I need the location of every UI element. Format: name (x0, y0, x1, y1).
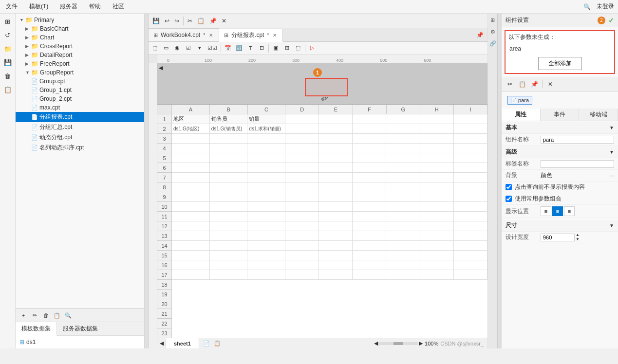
use-common-params-checkbox[interactable] (506, 196, 512, 202)
link-icon[interactable]: 🔗 (488, 39, 497, 48)
layers-icon[interactable]: ⊞ (488, 16, 497, 24)
row-7[interactable]: 7 (157, 173, 171, 182)
confirm-button[interactable]: ✓ (608, 17, 614, 24)
copy-dataset-button[interactable]: 📋 (52, 310, 62, 320)
cell-d2[interactable] (285, 124, 319, 134)
menu-file[interactable]: 文件 (4, 1, 19, 12)
tab-workbook4[interactable]: ⊞ WorkBook4.cpt * ✕ (149, 28, 219, 41)
col-header-e[interactable]: E (319, 105, 353, 114)
tool-select[interactable]: ⬚ (150, 43, 160, 54)
props-value-name[interactable] (541, 136, 614, 144)
row-18[interactable]: 18 (157, 280, 171, 290)
tool-iframe[interactable]: ⬚ (293, 43, 303, 54)
login-status[interactable]: 未登录 (597, 2, 614, 11)
tag-name-input[interactable] (541, 160, 614, 168)
undo-button[interactable]: ↩ (163, 16, 171, 26)
delete-tree-button[interactable]: 🗑 (2, 70, 14, 82)
add-all-button[interactable]: 全部添加 (538, 57, 582, 70)
copy-button[interactable]: 📋 (195, 16, 206, 26)
cell-b2[interactable]: ds1.G(销售员) (210, 124, 248, 134)
row-3[interactable]: 3 (157, 134, 171, 144)
row-8[interactable]: 8 (157, 182, 171, 192)
row-10[interactable]: 10 (157, 202, 171, 212)
menu-template[interactable]: 模板(T) (27, 1, 50, 12)
search-icon[interactable]: 🔍 (583, 3, 591, 10)
cell-i1[interactable] (454, 114, 487, 124)
cell-b3[interactable] (210, 134, 248, 144)
settings-icon[interactable]: ⚙ (488, 27, 497, 36)
tree-root[interactable]: ▼ 📁 Primary (16, 16, 144, 24)
props-value-design-width[interactable]: ▲ ▼ (541, 233, 614, 241)
delete-dataset-button[interactable]: 🗑 (41, 310, 51, 320)
menu-help[interactable]: 帮助 (87, 1, 103, 12)
tree-item-freereport[interactable]: ▶ 📁 FreeReport (16, 59, 144, 68)
align-left-button[interactable]: ≡ (541, 206, 551, 216)
tree-item-group1-cpt[interactable]: 📄 Group_1.cpt (16, 86, 144, 94)
cell-e2[interactable] (319, 124, 353, 134)
tree-item-group2-cpt[interactable]: 📄 Group_2.cpt (16, 94, 144, 103)
cut-button[interactable]: ✂ (186, 16, 194, 26)
align-right-button[interactable]: ≡ (564, 206, 575, 216)
mini-copy-button[interactable]: 📋 (517, 79, 527, 90)
report-design-canvas[interactable]: 1 ✏ ◀ (157, 63, 487, 105)
tool-slider[interactable]: ⊟ (256, 43, 267, 54)
sheet-icon-2[interactable]: 📋 (213, 339, 222, 348)
row-11[interactable]: 11 (157, 212, 171, 221)
row-20[interactable]: 20 (157, 299, 171, 309)
tree-item-max-cpt[interactable]: 📄 max.cpt (16, 103, 144, 112)
cell-c1[interactable]: 销量 (247, 114, 285, 124)
scroll-thumb[interactable] (393, 342, 403, 345)
col-header-a[interactable]: A (172, 105, 210, 114)
row-9[interactable]: 9 (157, 192, 171, 202)
save-report-button[interactable]: 💾 (150, 16, 162, 26)
collapse-left-arrow[interactable]: ◀ (157, 63, 164, 73)
server-data-tab[interactable]: 服务器数据集 (57, 322, 104, 335)
paste-button[interactable]: 📌 (207, 16, 219, 26)
props-tab-mobile[interactable]: 移动端 (579, 109, 618, 121)
tool-dropdown[interactable]: ▾ (194, 43, 205, 54)
expand-sheets-button[interactable]: ◀ (157, 340, 166, 346)
cell-e1[interactable] (319, 114, 353, 124)
col-header-f[interactable]: F (353, 105, 387, 114)
tree-item-groupreport[interactable]: ▼ 📁 GroupReport (16, 68, 144, 77)
row-16[interactable]: 16 (157, 260, 171, 270)
row-2[interactable]: 2 (157, 124, 171, 134)
row-15[interactable]: 15 (157, 251, 171, 260)
cell-f1[interactable] (353, 114, 386, 124)
tree-item-groupreport-cpt[interactable]: 📄 分组报表.cpt (16, 112, 144, 122)
advanced-group-header[interactable]: 高级 ▼ (502, 146, 618, 158)
col-header-b[interactable]: B (210, 105, 248, 114)
cell-c2[interactable]: ds1.求和(销量) (247, 124, 285, 134)
para-chip[interactable]: 📄 para (507, 96, 532, 105)
cell-d1[interactable] (285, 114, 319, 124)
search-dataset-button[interactable]: 🔍 (63, 310, 73, 320)
tree-item-basicchart[interactable]: ▶ 📁 BasicChart (16, 24, 144, 33)
cell-g2[interactable] (386, 124, 420, 134)
props-tab-events[interactable]: 事件 (541, 109, 580, 121)
width-up-button[interactable]: ▲ (576, 233, 580, 237)
cell-h2[interactable] (420, 124, 454, 134)
menu-server[interactable]: 服务器 (58, 1, 79, 12)
add-dataset-button[interactable]: + (19, 310, 28, 320)
cell-i2[interactable] (454, 124, 487, 134)
row-23[interactable]: 23 (157, 328, 171, 338)
tool-text[interactable]: T (245, 43, 256, 54)
close-tab-button[interactable]: ✕ (220, 16, 228, 26)
tool-number[interactable]: 🔢 (234, 43, 244, 54)
row-6[interactable]: 6 (157, 163, 171, 173)
tool-input[interactable]: ▭ (161, 43, 171, 54)
mini-close-button[interactable]: ✕ (545, 79, 556, 90)
props-tab-props[interactable]: 属性 (502, 109, 541, 121)
cell-b1[interactable]: 销售员 (210, 114, 248, 124)
col-header-h[interactable]: H (420, 105, 454, 114)
tool-date[interactable]: 📅 (223, 43, 233, 54)
width-down-button[interactable]: ▼ (576, 237, 580, 241)
align-center-button[interactable]: ≡ (552, 206, 563, 216)
col-header-d[interactable]: D (285, 105, 319, 114)
cell-c3[interactable] (247, 134, 285, 144)
save-tree-button[interactable]: 💾 (2, 56, 14, 68)
tree-item-dynamicgroup-cpt[interactable]: 📄 动态分组.cpt (16, 132, 144, 143)
groupreport-close-button[interactable]: ✕ (272, 32, 278, 38)
dataset-ds1[interactable]: ⊞ ds1 (19, 338, 140, 346)
tree-item-namerank-cpt[interactable]: 📄 名列动态排序.cpt (16, 143, 144, 153)
